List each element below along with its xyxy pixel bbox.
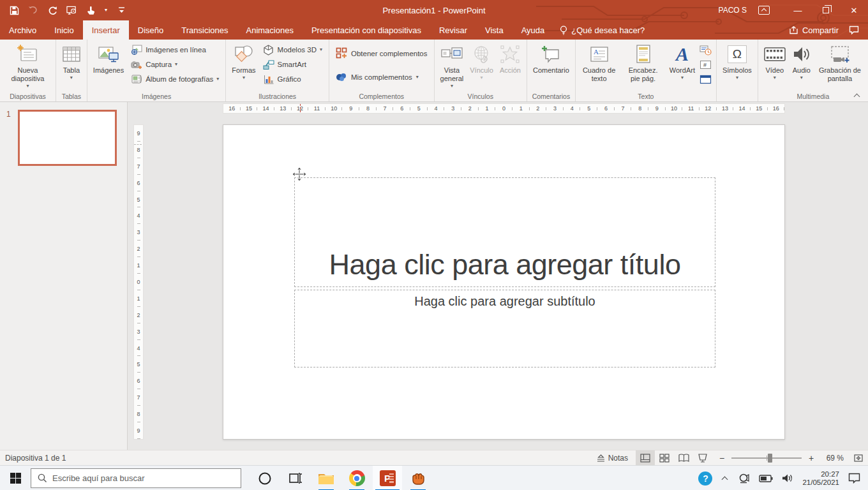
statusbar: Diapositiva 1 de 1 Notas − <box>0 450 868 465</box>
redo-icon[interactable] <box>47 5 57 15</box>
view-reading-button[interactable] <box>674 450 693 465</box>
view-slideshow-button[interactable] <box>693 450 712 465</box>
help-tray-icon[interactable]: ? <box>698 471 712 486</box>
cuadro-de-texto-button[interactable]: A Cuadro de texto <box>578 41 620 89</box>
encabezado-pie-button[interactable]: Encabez. pie pág. <box>620 41 666 89</box>
action-center-icon[interactable] <box>848 473 860 484</box>
tabla-button[interactable]: Tabla ▾ <box>59 41 84 89</box>
smartart-button[interactable]: SmartArt <box>260 57 325 71</box>
powerpoint-taskbar-button[interactable]: P <box>373 466 402 490</box>
zoom-out-button[interactable]: − <box>717 453 726 463</box>
objeto-button[interactable] <box>699 72 713 86</box>
wordart-icon: A <box>676 43 689 65</box>
chrome-button[interactable] <box>342 466 371 490</box>
ribbon-display-options-icon[interactable] <box>758 6 770 15</box>
screen-record-tray-icon[interactable] <box>738 473 750 484</box>
close-button[interactable]: ✕ <box>840 0 868 20</box>
notes-toggle-button[interactable]: Notas <box>589 450 636 465</box>
minimize-button[interactable]: — <box>784 0 812 20</box>
imagenes-en-linea-button[interactable]: Imágenes en línea <box>128 43 221 57</box>
tab-diseño[interactable]: Diseño <box>129 20 172 40</box>
video-button[interactable]: Vídeo ▾ <box>761 41 789 89</box>
group-ilustraciones: Formas ▾ Modelos 3D ▾ SmartArt <box>226 40 329 101</box>
collapse-ribbon-icon[interactable] <box>853 93 862 99</box>
wordart-button[interactable]: A WordArt ▾ <box>666 41 698 89</box>
share-button[interactable]: Compartir <box>789 26 839 35</box>
imagenes-button[interactable]: Imágenes <box>90 41 127 89</box>
touch-mode-caret-icon[interactable]: ▾ <box>105 8 107 13</box>
comments-pane-icon[interactable] <box>849 26 859 34</box>
save-icon[interactable] <box>9 5 19 15</box>
comentario-button[interactable]: Comentario <box>530 41 572 89</box>
start-slideshow-icon[interactable] <box>66 5 77 15</box>
battery-icon[interactable] <box>759 475 773 482</box>
nueva-diapositiva-button[interactable]: Nueva diapositiva ▾ <box>3 41 53 89</box>
start-button[interactable] <box>0 466 31 490</box>
zoom-percentage[interactable]: 69 % <box>821 454 844 463</box>
tab-inicio[interactable]: Inicio <box>45 20 82 40</box>
task-view-button[interactable] <box>281 466 310 490</box>
simbolos-button[interactable]: Ω Símbolos ▾ <box>719 41 755 89</box>
cortana-button[interactable] <box>250 466 280 490</box>
modelos-3d-button[interactable]: Modelos 3D ▾ <box>260 43 325 57</box>
account-name[interactable]: PACO S <box>719 6 747 15</box>
search-icon <box>38 473 47 483</box>
captura-button[interactable]: Captura ▾ <box>128 57 221 71</box>
audio-button[interactable]: Audio ▾ <box>789 41 814 89</box>
vista-general-caret-icon: ▾ <box>451 84 453 89</box>
tab-insertar[interactable]: Insertar <box>83 20 129 40</box>
vinculo-caret-icon: ▾ <box>481 75 483 80</box>
undo-icon <box>28 5 38 15</box>
slide-number-icon: # <box>700 60 712 70</box>
windows-logo-icon <box>10 473 21 484</box>
video-icon <box>764 43 786 65</box>
mis-complementos-button[interactable]: Mis complementos ▾ <box>332 70 431 85</box>
tab-archivo[interactable]: Archivo <box>0 20 45 40</box>
title-placeholder[interactable]: Haga clic para agregar título <box>294 177 715 287</box>
tabla-label: Tabla <box>63 66 80 75</box>
volume-icon[interactable] <box>782 473 793 483</box>
grabacion-pantalla-button[interactable]: Grabación de pantalla <box>814 41 865 89</box>
header-footer-icon <box>635 43 652 65</box>
fit-slide-button[interactable] <box>849 450 868 465</box>
album-caret-icon: ▾ <box>216 77 219 82</box>
slide-sorter-icon <box>659 454 670 463</box>
touch-mode-icon[interactable] <box>86 5 96 15</box>
restore-button[interactable] <box>812 0 840 20</box>
vertical-ruler[interactable]: 9876543210123456789 <box>133 124 144 440</box>
album-fotografias-button[interactable]: Álbum de fotografías ▾ <box>128 72 221 86</box>
file-explorer-button[interactable] <box>311 466 341 490</box>
tab-presentación-con-diapositivas[interactable]: Presentación con diapositivas <box>303 20 430 40</box>
grafico-button[interactable]: Gráfico <box>260 72 325 86</box>
zoom-in-button[interactable]: + <box>807 453 816 463</box>
tab-ayuda[interactable]: Ayuda <box>513 20 554 40</box>
tab-animaciones[interactable]: Animaciones <box>237 20 302 40</box>
subtitle-placeholder[interactable]: Haga clic para agregar subtítulo <box>294 290 715 368</box>
zoom-slider-thumb[interactable] <box>768 454 772 463</box>
fecha-hora-button[interactable] <box>699 43 713 57</box>
taskbar-search[interactable] <box>31 468 241 488</box>
zoom-slider[interactable] <box>731 457 802 459</box>
slide-thumbnail[interactable] <box>18 110 117 166</box>
svg-text:#: # <box>703 62 707 68</box>
tell-me-box[interactable]: ¿Qué desea hacer? <box>553 20 651 40</box>
tab-transiciones[interactable]: Transiciones <box>172 20 237 40</box>
view-slide-sorter-button[interactable] <box>655 450 674 465</box>
group-label-tablas: Tablas <box>56 93 87 100</box>
fist-app-button[interactable] <box>403 466 433 490</box>
numero-diapositiva-button[interactable]: # <box>699 57 713 71</box>
horizontal-ruler[interactable]: 1615141312111098765432101234567891011121… <box>223 103 785 114</box>
formas-button[interactable]: Formas ▾ <box>228 41 258 89</box>
search-input[interactable] <box>52 473 218 483</box>
customize-qat-icon[interactable] <box>116 5 126 15</box>
hidden-icons-chevron[interactable] <box>721 476 729 481</box>
vinculo-label: Vínculo <box>470 66 493 75</box>
obtener-complementos-button[interactable]: Obtener complementos <box>332 45 431 62</box>
clock[interactable]: 20:27 21/05/2021 <box>802 470 839 487</box>
tab-revisar[interactable]: Revisar <box>430 20 476 40</box>
system-tray: ? 20:27 21/05/2021 <box>698 466 868 490</box>
vista-general-button[interactable]: Vista general ▾ <box>437 41 467 89</box>
quick-access-toolbar: ▾ <box>0 5 126 15</box>
tab-vista[interactable]: Vista <box>476 20 513 40</box>
view-normal-button[interactable] <box>636 450 655 465</box>
